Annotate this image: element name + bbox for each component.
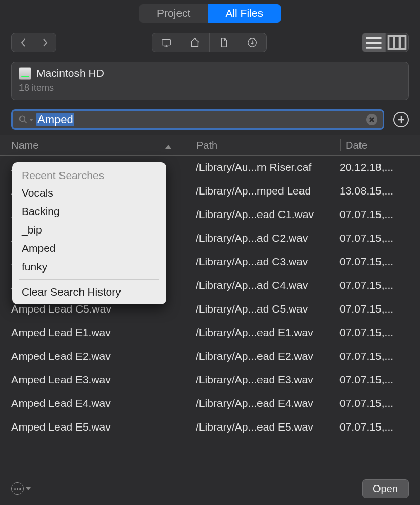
chevron-right-icon (42, 38, 49, 47)
location-box: Macintosh HD 18 items (11, 62, 409, 100)
popover-header: Recent Searches (12, 165, 166, 184)
search-icon (18, 114, 28, 125)
columns-icon (386, 31, 408, 54)
ellipsis-icon (11, 482, 24, 495)
file-date: 07.07.15,... (329, 421, 409, 433)
tab-all-files[interactable]: All Files (208, 4, 281, 23)
close-icon (369, 117, 374, 122)
file-row[interactable]: Amped Lead E3.wav /Library/Ap...ead E3.w… (11, 368, 409, 392)
file-date: 07.07.15,... (329, 374, 409, 386)
file-date: 07.07.15,... (329, 350, 409, 362)
document-icon (218, 37, 229, 48)
clear-search-button[interactable] (366, 114, 377, 125)
forward-button[interactable] (34, 33, 56, 52)
file-path: /Library/Ap...ead E3.wav (186, 374, 329, 386)
file-path: /Library/Ap...ad C2.wav (186, 232, 329, 244)
file-date: 07.07.15,... (329, 208, 409, 221)
column-date[interactable]: Date (346, 140, 409, 151)
svg-rect-2 (389, 36, 406, 49)
file-date: 07.07.15,... (329, 256, 409, 268)
file-path: /Library/Ap...ead E2.wav (186, 350, 329, 362)
search-field[interactable]: Amped (11, 109, 384, 130)
file-date: 07.07.15,... (329, 232, 409, 244)
file-row[interactable]: Amped Lead E2.wav /Library/Ap...ead E2.w… (11, 344, 409, 368)
chevron-down-icon (26, 487, 31, 490)
svg-rect-0 (162, 40, 171, 45)
file-path: /Library/Ap...ad C4.wav (186, 279, 329, 292)
item-count: 18 items (19, 83, 401, 93)
recent-search-item[interactable]: _bip (12, 221, 166, 239)
file-name: Amped Lead E1.wav (11, 326, 186, 339)
file-date: 07.07.15,... (329, 303, 409, 315)
file-name: Amped Lead E3.wav (11, 374, 186, 386)
file-date: 20.12.18,... (329, 161, 409, 173)
file-path: /Library/Au...rn Riser.caf (186, 161, 329, 173)
column-name[interactable]: Name (11, 140, 186, 151)
file-row[interactable]: Amped Lead E1.wav /Library/Ap...ead E1.w… (11, 321, 409, 344)
footer: Open (0, 476, 420, 501)
column-path[interactable]: Path (196, 140, 335, 151)
display-icon (161, 37, 172, 48)
chevron-left-icon (19, 38, 27, 47)
file-path: /Library/Ap...mped Lead (186, 185, 329, 197)
table-header: Name Path Date (0, 135, 420, 156)
recent-search-item[interactable]: Backing (12, 202, 166, 221)
file-row[interactable]: Amped Lead E5.wav /Library/Ap...ead E5.w… (11, 415, 409, 439)
documents-location-button[interactable] (209, 33, 238, 52)
file-path: /Library/Ap...ead E4.wav (186, 397, 329, 410)
search-menu-button[interactable] (18, 114, 33, 125)
downloads-location-button[interactable] (238, 33, 267, 52)
home-location-button[interactable] (181, 33, 209, 52)
recent-search-item[interactable]: Vocals (12, 184, 166, 202)
file-name: Amped Lead E2.wav (11, 350, 186, 362)
more-actions-button[interactable] (11, 482, 31, 495)
open-button[interactable]: Open (362, 479, 409, 498)
toolbar (0, 26, 420, 57)
back-button[interactable] (11, 33, 34, 52)
file-date: 07.07.15,... (329, 397, 409, 410)
add-button[interactable] (393, 112, 409, 127)
file-path: /Library/Ap...ead E1.wav (186, 326, 329, 339)
sort-ascending-icon (165, 145, 171, 149)
home-icon (189, 37, 201, 48)
recent-searches-popover: Recent Searches VocalsBacking_bipAmpedfu… (12, 162, 166, 304)
chevron-down-icon (29, 119, 33, 121)
file-path: /Library/Ap...ad C3.wav (186, 256, 329, 268)
svg-point-3 (19, 116, 25, 121)
computer-location-button[interactable] (152, 33, 181, 52)
file-path: /Library/Ap...ead C1.wav (186, 208, 329, 221)
file-name: Amped Lead E5.wav (11, 421, 186, 433)
plus-icon (397, 116, 405, 123)
file-date: 07.07.15,... (329, 279, 409, 292)
drive-name: Macintosh HD (36, 67, 104, 80)
drive-icon (19, 67, 31, 80)
file-date: 13.08.15,... (329, 185, 409, 197)
file-path: /Library/Ap...ead E5.wav (186, 421, 329, 433)
list-view-button[interactable] (362, 33, 385, 52)
file-path: /Library/Ap...ad C5.wav (186, 303, 329, 315)
recent-search-item[interactable]: Amped (12, 239, 166, 258)
file-row[interactable]: Amped Lead E4.wav /Library/Ap...ead E4.w… (11, 392, 409, 415)
download-icon (247, 37, 258, 48)
list-icon (362, 31, 385, 54)
tab-project[interactable]: Project (139, 4, 208, 23)
file-name: Amped Lead E4.wav (11, 397, 186, 410)
scope-tabs: Project All Files (0, 0, 420, 26)
file-name: Amped Lead C5.wav (11, 303, 186, 315)
file-date: 07.07.15,... (329, 326, 409, 339)
recent-search-item[interactable]: funky (12, 258, 166, 276)
clear-search-history[interactable]: Clear Search History (12, 283, 166, 301)
column-view-button[interactable] (385, 33, 409, 52)
search-input[interactable]: Amped (36, 113, 74, 126)
